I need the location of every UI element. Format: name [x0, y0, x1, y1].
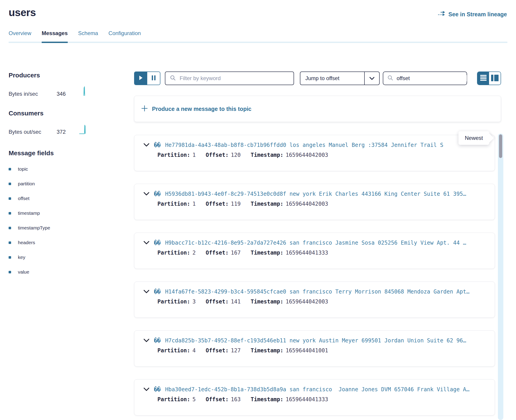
- tab-overview[interactable]: Overview: [9, 30, 31, 42]
- newest-tooltip: Newest: [458, 131, 489, 145]
- offset-value: 119: [231, 201, 240, 207]
- produce-message-button[interactable]: Produce a new message to this topic: [134, 96, 501, 122]
- field-bullet-icon: [9, 212, 11, 215]
- message-meta: Partition:2 Offset:167 Timestamp:1659644…: [157, 250, 488, 256]
- message-meta: Partition:3 Offset:141 Timestamp:1659644…: [157, 299, 488, 305]
- bytes-out-value: 372: [57, 128, 66, 135]
- search-icon: [170, 75, 176, 82]
- tab-messages[interactable]: Messages: [42, 30, 68, 43]
- field-bullet-icon: [9, 197, 11, 200]
- key-icon: ��: [154, 289, 161, 295]
- offset-value: 127: [231, 347, 240, 354]
- message-key[interactable]: H9bacc71c-b12c-4216-8e95-2a7da727e426 sa…: [165, 240, 466, 246]
- message-fields-heading: Message fields: [9, 149, 134, 157]
- page-header: users See in Stream lineage: [0, 0, 516, 18]
- expand-chevron-icon[interactable]: [143, 241, 149, 245]
- message-meta: Partition:1 Offset:120 Timestamp:1659644…: [157, 152, 488, 158]
- timestamp-value: 1659644041333: [286, 396, 328, 403]
- play-button[interactable]: [135, 72, 147, 85]
- offset-search-field[interactable]: [383, 72, 467, 85]
- play-icon: [139, 75, 143, 81]
- field-bullet-icon: [9, 256, 11, 259]
- split-view-icon: [491, 75, 499, 82]
- list-view-button[interactable]: [477, 72, 489, 85]
- field-item-value[interactable]: value: [9, 269, 134, 275]
- keyword-filter-input[interactable]: [180, 75, 289, 82]
- field-item-timestamp[interactable]: timestamp: [9, 210, 134, 216]
- view-mode-toggle: [477, 72, 501, 85]
- message-card: �� H7cda825b-35b7-4952-88ef-c193d546eb11…: [134, 330, 495, 367]
- tab-configuration[interactable]: Configuration: [108, 30, 141, 42]
- timestamp-value: 1659644042003: [286, 201, 328, 207]
- key-icon: ��: [154, 338, 161, 344]
- message-card: �� H14fa67fe-5823-4299-b3c4-595845cfcae0…: [134, 282, 495, 318]
- key-icon: ��: [154, 240, 161, 246]
- topic-sidebar: Producers Bytes in/sec 346 Consumers Byt…: [0, 72, 134, 420]
- partition-value: 1: [193, 152, 196, 158]
- message-key[interactable]: H5936db81-b943-4e0f-8c29-74513e0c0d8f ne…: [165, 191, 466, 197]
- offset-value: 167: [231, 250, 240, 256]
- field-item-timestampType[interactable]: timestampType: [9, 225, 134, 231]
- scrollbar-thumb[interactable]: [499, 135, 502, 158]
- search-icon: [387, 75, 393, 82]
- live-consume-toggle: [134, 72, 160, 85]
- message-key[interactable]: H14fa67fe-5823-4299-b3c4-595845cfcae0 sa…: [165, 289, 470, 295]
- newest-tooltip-label: Newest: [465, 135, 483, 141]
- field-item-key[interactable]: key: [9, 254, 134, 260]
- split-view-button[interactable]: [489, 72, 501, 85]
- timestamp-value: 1659644041333: [286, 250, 328, 256]
- timestamp-value: 1659644042003: [286, 299, 328, 305]
- partition-value: 4: [193, 347, 196, 354]
- offset-search-input[interactable]: [397, 75, 467, 82]
- dashed-arrow-icon: [438, 10, 446, 18]
- field-bullet-icon: [9, 168, 11, 170]
- field-item-offset[interactable]: offset: [9, 195, 134, 201]
- offset-value: 141: [231, 299, 240, 305]
- stream-lineage-label: See in Stream lineage: [448, 11, 507, 18]
- offset-value: 120: [231, 152, 240, 158]
- stream-lineage-link[interactable]: See in Stream lineage: [438, 10, 507, 18]
- bytes-in-sparkline-icon: [81, 86, 88, 97]
- field-bullet-icon: [9, 227, 11, 229]
- message-key[interactable]: H7cda825b-35b7-4952-88ef-c193d546eb11 ne…: [165, 338, 466, 344]
- key-icon: ��: [154, 386, 161, 393]
- message-meta: Partition:4 Offset:127 Timestamp:1659644…: [157, 347, 488, 354]
- producers-heading: Producers: [9, 72, 134, 79]
- consumers-section: Consumers Bytes out/sec 372: [9, 110, 134, 135]
- message-key[interactable]: Hba30eed7-1edc-452b-8b1a-738d3b5d8a9a sa…: [165, 386, 470, 393]
- expand-chevron-icon[interactable]: [143, 143, 149, 147]
- consumers-heading: Consumers: [9, 110, 134, 117]
- pause-button[interactable]: [147, 72, 160, 85]
- partition-value: 1: [193, 201, 196, 207]
- jump-to-offset-select[interactable]: Jump to offset: [300, 72, 380, 85]
- expand-chevron-icon[interactable]: [143, 387, 149, 391]
- key-icon: ��: [154, 191, 161, 197]
- bytes-in-label: Bytes in/sec: [9, 90, 57, 97]
- field-item-headers[interactable]: headers: [9, 240, 134, 246]
- timestamp-value: 1659644041001: [286, 347, 328, 354]
- field-bullet-icon: [9, 241, 11, 244]
- bytes-out-label: Bytes out/sec: [9, 128, 57, 135]
- bytes-in-value: 346: [57, 90, 66, 97]
- field-item-partition[interactable]: partition: [9, 181, 134, 187]
- expand-chevron-icon[interactable]: [143, 338, 149, 343]
- expand-chevron-icon[interactable]: [143, 290, 149, 294]
- offset-value: 163: [231, 396, 240, 403]
- field-item-topic[interactable]: topic: [9, 166, 134, 172]
- message-card: �� H9bacc71c-b12c-4216-8e95-2a7da727e426…: [134, 233, 495, 269]
- partition-value: 2: [193, 250, 196, 256]
- message-card: �� H5936db81-b943-4e0f-8c29-74513e0c0d8f…: [134, 184, 495, 220]
- tab-schema[interactable]: Schema: [78, 30, 98, 42]
- message-list: Newest �� He77981da-4a43-48ab-b8f8-cb71b…: [134, 135, 501, 415]
- message-fields-list: topic partition offset timestamp timesta…: [9, 166, 134, 275]
- message-meta: Partition:5 Offset:163 Timestamp:1659644…: [157, 396, 488, 403]
- message-fields-section: Message fields topic partition offset ti…: [9, 149, 134, 275]
- messages-toolbar: Jump to offset: [134, 72, 501, 85]
- jump-to-offset-value: Jump to offset: [300, 72, 364, 85]
- message-key[interactable]: He77981da-4a43-48ab-b8f8-cb71b96ffdd0 lo…: [165, 142, 443, 148]
- messages-panel: Jump to offset: [134, 72, 516, 420]
- keyword-filter-field[interactable]: [165, 72, 294, 85]
- message-list-scrollbar[interactable]: [498, 134, 503, 420]
- topic-tabs: Overview Messages Schema Configuration: [9, 30, 507, 43]
- expand-chevron-icon[interactable]: [143, 192, 149, 196]
